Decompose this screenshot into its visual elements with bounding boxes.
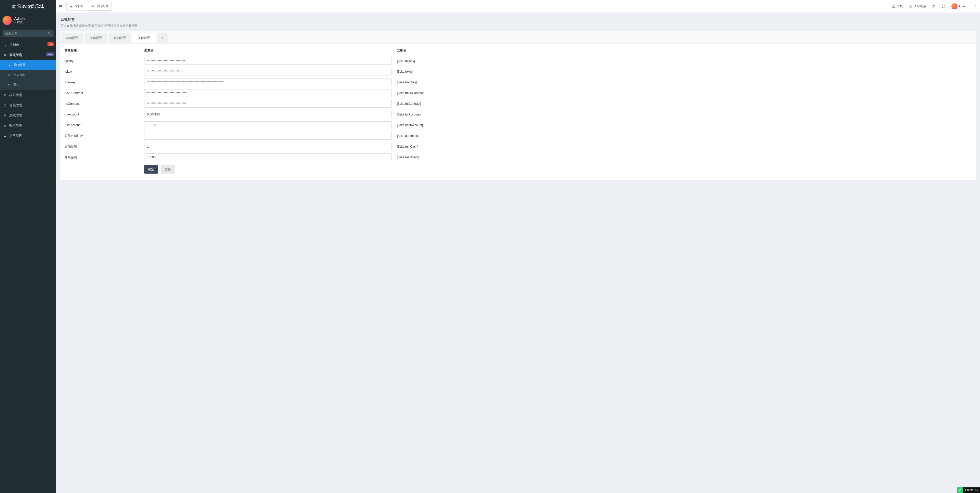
row-value-input[interactable] (144, 57, 392, 65)
row-label: trxAccount (60, 113, 144, 116)
sidebar-item-sysconfig[interactable]: 系统配置 (0, 60, 56, 70)
avatar-icon (951, 3, 958, 10)
nav-fullscreen[interactable] (939, 0, 948, 13)
nav-language[interactable]: 文 (929, 0, 939, 13)
th-name: 变量名 (394, 48, 976, 52)
nav-user[interactable]: Admin (948, 0, 970, 13)
trash-icon (909, 5, 913, 8)
row-value-input[interactable] (144, 79, 392, 86)
gear-icon (8, 64, 11, 67)
svg-point-10 (4, 94, 5, 95)
sidebar-item-label: 游戏管理 (9, 113, 22, 118)
sidebar-item-notice[interactable]: 通告 (0, 80, 56, 90)
nav-right: 主页 清除缓存 文 Admin (889, 0, 980, 13)
sidebar-item-article[interactable]: 文章管理 ‹ (0, 131, 56, 141)
leaf-icon (957, 487, 963, 493)
row-value-input[interactable] (144, 143, 392, 151)
sidebar-item-permission[interactable]: 权限管理 ‹ (0, 90, 56, 100)
headtab-console[interactable]: 控制台 (66, 2, 87, 11)
sidebar-item-label: 控制台 (9, 43, 19, 47)
sidebar-user-name: Admin (14, 17, 24, 21)
circle-icon (8, 84, 11, 87)
table-body: apikey{$site.apikey}tokey{$site.tokey}fr… (60, 55, 976, 163)
tab-basic[interactable]: 基础配置 (61, 33, 83, 43)
row-value-input[interactable] (144, 111, 392, 118)
nav-clear-cache[interactable]: 清除缓存 (906, 0, 929, 13)
row-value-input[interactable] (144, 89, 392, 97)
table-row: trc20Contract{$site.trc20Contract} (60, 88, 976, 98)
table-row: 最低提现{$site.minCash} (60, 141, 976, 152)
sidebar-item-bill[interactable]: 账单管理 ‹ (0, 120, 56, 131)
svg-point-13 (5, 105, 6, 105)
nav-settings[interactable] (970, 0, 980, 13)
row-label: 最高提现 (60, 155, 144, 160)
sidebar-user-panel[interactable]: Admin 在线 (0, 13, 56, 28)
row-value-input[interactable] (144, 68, 392, 76)
tab-dict[interactable]: 字典配置 (85, 33, 107, 43)
row-value-input[interactable] (144, 154, 392, 161)
gear-icon (91, 5, 95, 8)
th-value: 变量值 (144, 48, 394, 52)
users-icon (3, 94, 7, 97)
row-varname: {$site.apikey} (394, 59, 976, 63)
row-value-input[interactable] (144, 121, 392, 129)
sidebar-item-label: 通告 (13, 83, 19, 87)
tab-add[interactable]: + (157, 33, 168, 43)
gear-icon (3, 54, 7, 57)
sidebar-item-label: 系统配置 (13, 63, 25, 67)
sidebar-item-member[interactable]: 会员管理 ‹ (0, 100, 56, 110)
svg-point-3 (975, 6, 975, 7)
confirm-button[interactable]: 确定 (144, 165, 158, 174)
svg-point-8 (9, 74, 10, 75)
sidebar-item-game[interactable]: 游戏管理 ‹ (0, 110, 56, 120)
row-label: usdtAccount (60, 124, 144, 127)
headtab-sysconfig-label: 系统配置 (96, 4, 108, 8)
search-input[interactable] (3, 30, 46, 37)
sidebar-item-label: 常规管理 (9, 53, 22, 57)
list-icon (3, 124, 7, 127)
sidebar-search (3, 30, 54, 37)
table-row: apikey{$site.apikey} (60, 55, 976, 66)
nav-home[interactable]: 主页 (889, 0, 906, 13)
sidebar-item-console[interactable]: 控制台 hot (0, 40, 56, 50)
badge-hot: hot (48, 42, 54, 46)
sidebar-toggle[interactable] (56, 0, 66, 13)
sidebar-item-profile[interactable]: 个人资料 (0, 70, 56, 80)
plus-icon: + (161, 36, 164, 40)
form-actions: 确定 重置 (60, 163, 976, 175)
tab-pay[interactable]: 支付设置 (133, 33, 155, 43)
table-row: fromkey{$site.fromkey} (60, 77, 976, 88)
tab-rebate[interactable]: 返佣设置 (109, 33, 131, 43)
sidebar-item-label: 个人资料 (13, 73, 25, 77)
row-varname: {$site.minCash} (394, 145, 976, 148)
row-value-input[interactable] (144, 132, 392, 140)
top-navbar: 控制台 系统配置 主页 清除缓存 (56, 0, 980, 13)
page-description: 可以在此增改系统的变量和分组,也可以自定义分组和变量 (60, 24, 976, 28)
sidebar-item-label: 文章管理 (9, 133, 22, 138)
svg-point-4 (975, 5, 976, 6)
svg-point-7 (9, 65, 10, 65)
sidebar-item-label: 账单管理 (9, 124, 22, 128)
config-tabs: 基础配置 字典配置 返佣设置 支付设置 + (60, 31, 976, 44)
bars-icon (59, 5, 63, 8)
sidebar-item-general[interactable]: 常规管理 new 系统配置 (0, 50, 56, 90)
header: 哈希8vip娱乐城 控制台 系统配置 (0, 0, 980, 13)
language-icon: 文 (932, 4, 935, 8)
user-circle-icon (3, 104, 7, 107)
row-label: trcContract (60, 102, 144, 106)
list-icon (3, 114, 7, 117)
perf-badge[interactable]: 1.033117s (957, 487, 980, 493)
headtab-sysconfig[interactable]: 系统配置 (88, 2, 112, 11)
row-varname: {$site.tokey} (394, 70, 976, 73)
svg-point-1 (92, 6, 94, 7)
user-icon (8, 74, 11, 77)
nav-user-label: Admin (959, 5, 967, 8)
table-header: 变量标题 变量值 变量名 (60, 45, 976, 55)
search-button[interactable] (46, 30, 54, 37)
row-value-input[interactable] (144, 100, 392, 108)
table-row: trcContract{$site.trcContract} (60, 98, 976, 109)
sidebar-menu: 控制台 hot 常规管理 new 系统配置 (0, 40, 56, 141)
table-row: 限额自动打款{$site.automatic} (60, 130, 976, 141)
svg-point-6 (5, 55, 6, 55)
reset-button[interactable]: 重置 (161, 165, 175, 174)
